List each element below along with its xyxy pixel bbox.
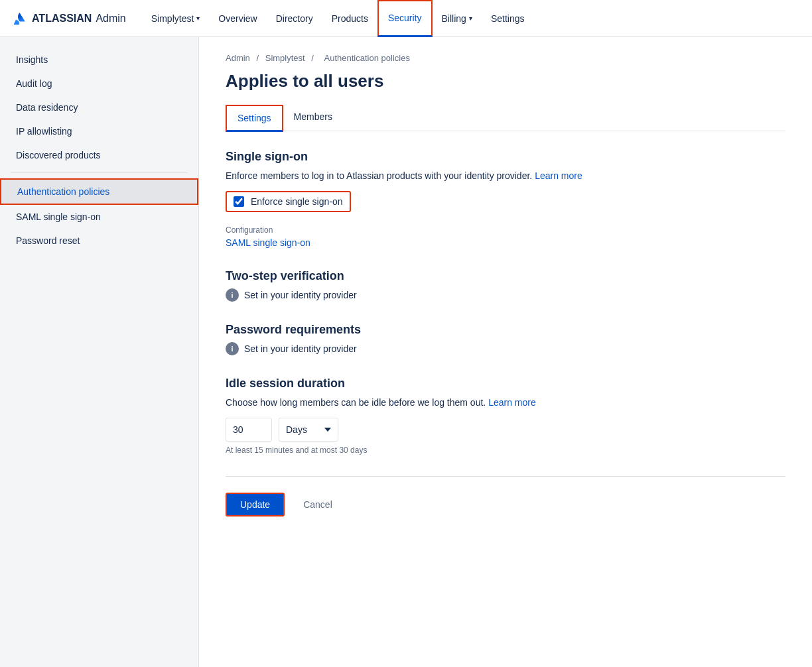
idle-session-section: Idle session duration Choose how long me… bbox=[226, 377, 785, 455]
cancel-button[interactable]: Cancel bbox=[293, 494, 343, 515]
idle-row: Minutes Hours Days bbox=[226, 418, 785, 442]
idle-unit-select[interactable]: Minutes Hours Days bbox=[279, 418, 338, 442]
password-info-text: Set in your identity provider bbox=[244, 343, 357, 354]
nav-item-overview[interactable]: Overview bbox=[209, 0, 266, 37]
action-buttons: Update Cancel bbox=[226, 493, 785, 516]
breadcrumb-sep-1: / bbox=[256, 53, 261, 63]
nav-item-directory[interactable]: Directory bbox=[267, 0, 322, 37]
breadcrumb-admin[interactable]: Admin bbox=[226, 53, 250, 63]
nav-item-billing[interactable]: Billing ▾ bbox=[433, 0, 482, 37]
sidebar-item-data-residency[interactable]: Data residency bbox=[0, 95, 198, 119]
nav-item-security[interactable]: Security bbox=[377, 0, 433, 37]
atlassian-logo-icon bbox=[11, 10, 28, 27]
tab-members[interactable]: Members bbox=[283, 105, 343, 131]
saml-sso-link[interactable]: SAML single sign-on bbox=[226, 237, 310, 248]
main-content: Admin / Simplytest / Authentication poli… bbox=[199, 37, 812, 667]
idle-learn-more-link[interactable]: Learn more bbox=[488, 397, 536, 408]
nav-items: Simplytest ▾ Overview Directory Products… bbox=[142, 0, 801, 37]
sidebar-divider bbox=[11, 172, 188, 173]
sso-checkbox[interactable] bbox=[234, 196, 244, 207]
breadcrumb: Admin / Simplytest / Authentication poli… bbox=[226, 53, 785, 63]
breadcrumb-sep-2: / bbox=[311, 53, 316, 63]
idle-session-description: Choose how long members can be idle befo… bbox=[226, 396, 785, 410]
chevron-down-icon: ▾ bbox=[469, 15, 472, 22]
nav-item-products[interactable]: Products bbox=[322, 0, 377, 37]
admin-text: Admin bbox=[96, 13, 125, 25]
idle-hint: At least 15 minutes and at most 30 days bbox=[226, 446, 785, 455]
password-title: Password requirements bbox=[226, 323, 785, 337]
sso-config: Configuration SAML single sign-on bbox=[226, 225, 785, 248]
config-label: Configuration bbox=[226, 225, 785, 235]
sso-title: Single sign-on bbox=[226, 150, 785, 164]
sidebar-item-saml-sso[interactable]: SAML single sign-on bbox=[0, 205, 198, 229]
idle-duration-input[interactable] bbox=[226, 418, 272, 442]
sidebar-item-insights[interactable]: Insights bbox=[0, 48, 198, 72]
nav-item-settings[interactable]: Settings bbox=[482, 0, 534, 37]
atlassian-logo[interactable]: ATLASSIAN Admin bbox=[11, 10, 126, 27]
tab-settings[interactable]: Settings bbox=[226, 105, 283, 132]
sidebar: Insights Audit log Data residency IP all… bbox=[0, 37, 199, 667]
sidebar-item-authentication-policies[interactable]: Authentication policies bbox=[0, 178, 198, 205]
sidebar-item-ip-allowlisting[interactable]: IP allowlisting bbox=[0, 119, 198, 143]
sso-checkbox-label: Enforce single sign-on bbox=[251, 196, 343, 207]
two-step-section: Two-step verification i Set in your iden… bbox=[226, 269, 785, 302]
sidebar-item-password-reset[interactable]: Password reset bbox=[0, 229, 198, 253]
page-title: Applies to all users bbox=[226, 71, 785, 91]
password-section: Password requirements i Set in your iden… bbox=[226, 323, 785, 355]
sidebar-item-audit-log[interactable]: Audit log bbox=[0, 72, 198, 95]
breadcrumb-simplytest[interactable]: Simplytest bbox=[265, 53, 305, 63]
chevron-down-icon: ▾ bbox=[196, 15, 200, 22]
sso-section: Single sign-on Enforce members to log in… bbox=[226, 150, 785, 248]
info-icon-2: i bbox=[226, 342, 239, 355]
sso-learn-more-link[interactable]: Learn more bbox=[535, 170, 582, 181]
update-button[interactable]: Update bbox=[226, 493, 285, 516]
sidebar-item-discovered-products[interactable]: Discovered products bbox=[0, 143, 198, 167]
info-icon: i bbox=[226, 288, 239, 302]
idle-session-title: Idle session duration bbox=[226, 377, 785, 391]
two-step-title: Two-step verification bbox=[226, 269, 785, 283]
top-navigation: ATLASSIAN Admin Simplytest ▾ Overview Di… bbox=[0, 0, 812, 37]
atlassian-brand-text: ATLASSIAN bbox=[32, 13, 92, 25]
section-divider bbox=[226, 476, 785, 477]
tabs-container: Settings Members bbox=[226, 105, 785, 131]
nav-item-simplytest[interactable]: Simplytest ▾ bbox=[142, 0, 210, 37]
two-step-info-text: Set in your identity provider bbox=[244, 290, 357, 300]
page-layout: Insights Audit log Data residency IP all… bbox=[0, 37, 812, 667]
sso-description: Enforce members to log in to Atlassian p… bbox=[226, 169, 785, 183]
password-info-row: i Set in your identity provider bbox=[226, 342, 785, 355]
breadcrumb-current: Authentication policies bbox=[324, 53, 410, 63]
sso-checkbox-row: Enforce single sign-on bbox=[226, 191, 351, 212]
two-step-info-row: i Set in your identity provider bbox=[226, 288, 785, 302]
